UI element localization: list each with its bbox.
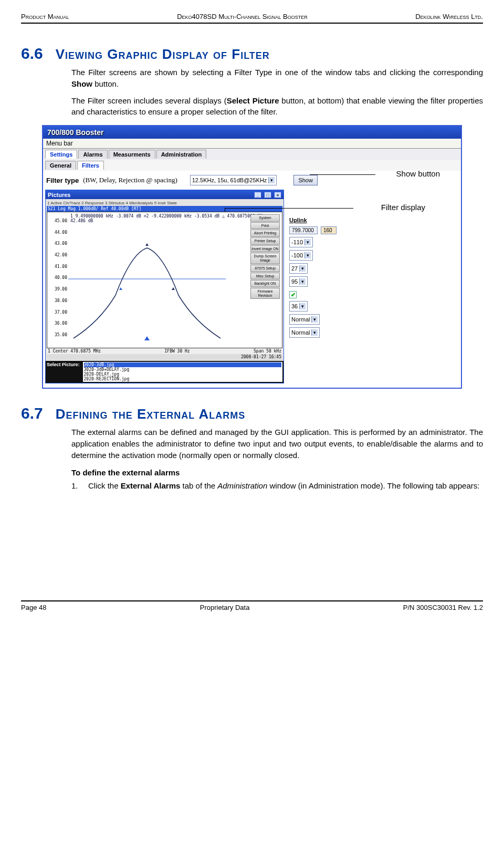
picture-file-list[interactable]: 3020-3dB.jpg 3020-3dB+DELAY.jpg 2020-DEL… bbox=[83, 362, 282, 382]
header-center: Deko4078SD Multi-Channel Signal Booster bbox=[177, 13, 307, 20]
uplink-combo[interactable]: -110▾ bbox=[289, 237, 313, 247]
graph-center: 1 Center 470.6875 MHz bbox=[48, 349, 101, 354]
minimize-icon[interactable]: _ bbox=[254, 192, 261, 198]
callout-show-button: Show button bbox=[396, 169, 440, 178]
tab-settings[interactable]: Settings bbox=[45, 150, 77, 159]
text: The Filter screen includes several displ… bbox=[71, 96, 227, 105]
list-item[interactable]: 2020-DELAY.jpg bbox=[84, 372, 281, 377]
pictures-window: Pictures _ □ × 1 Active Ch/Trace 2 Respo… bbox=[45, 190, 284, 383]
app-screenshot: Show button Filter display 700/800 Boost… bbox=[42, 125, 462, 389]
text: Click the bbox=[88, 481, 121, 490]
filter-type-combo[interactable]: 12.5KHz, 15u, 61dB@25KHz ▾ bbox=[190, 175, 277, 185]
uplink-panel: Uplink 799.7000 160 -110▾ -100▾ 27▾ 95▾ … bbox=[289, 217, 337, 383]
checkbox-icon[interactable]: ✔ bbox=[289, 291, 297, 298]
graph-span: Span 50 kHz bbox=[254, 349, 281, 354]
callout-filter-display: Filter display bbox=[381, 203, 425, 212]
text: tab of the bbox=[180, 481, 217, 490]
side-btn[interactable]: Backlight ON bbox=[250, 280, 280, 287]
text: The external alarms can be defined and m… bbox=[71, 427, 483, 461]
tab-measurements[interactable]: Measurments bbox=[109, 150, 155, 159]
text: window (in Administration mode). The fol… bbox=[267, 481, 479, 490]
header-right: Dekolink Wireless Ltd. bbox=[415, 13, 483, 20]
instrument-side-buttons: System Print Abort Printing Printer Setu… bbox=[250, 214, 280, 299]
graph-timestamp: 2008-01-27 16:45 bbox=[47, 354, 282, 360]
uplink-combo[interactable]: 27▾ bbox=[289, 263, 308, 274]
step-1: 1. Click the External Alarms tab of the … bbox=[71, 481, 483, 490]
list-item[interactable]: 3020-3dB.jpg bbox=[84, 362, 281, 367]
tab-administration[interactable]: Administration bbox=[156, 150, 207, 159]
uplink-heading: Uplink bbox=[289, 217, 337, 223]
section-number-67: 6.7 bbox=[21, 404, 43, 422]
footer-center: Proprietary Data bbox=[200, 604, 250, 611]
filter-type-hint: (BW, Delay, Rejection @ spacing) bbox=[83, 176, 177, 184]
chevron-down-icon[interactable]: ▾ bbox=[304, 239, 311, 245]
chevron-down-icon[interactable]: ▾ bbox=[299, 278, 306, 285]
side-btn[interactable]: Misc Setup bbox=[250, 273, 280, 280]
side-btn[interactable]: Dump Screen Image bbox=[250, 253, 280, 264]
side-btn[interactable]: System bbox=[250, 214, 280, 222]
text-italic: Administration bbox=[217, 481, 267, 490]
window-titlebar: 700/800 Booster bbox=[43, 126, 461, 139]
section-67-body: The external alarms can be defined and m… bbox=[71, 427, 483, 461]
trace-header: S21 Log Mag 1.000dB/ Ref 40.00dB [RT] bbox=[47, 206, 282, 212]
footer-page: Page 48 bbox=[21, 604, 46, 611]
uplink-160-field[interactable]: 160 bbox=[321, 226, 337, 234]
text: button. bbox=[92, 79, 119, 88]
uplink-combo[interactable]: 36▾ bbox=[289, 301, 308, 312]
chevron-down-icon[interactable]: ▾ bbox=[311, 316, 318, 323]
step-number: 1. bbox=[71, 481, 82, 490]
uplink-combo[interactable]: 95▾ bbox=[289, 276, 308, 287]
side-btn[interactable]: Abort Printing bbox=[250, 230, 280, 237]
callout-line bbox=[225, 208, 353, 209]
chevron-down-icon[interactable]: ▾ bbox=[311, 329, 318, 336]
show-button[interactable]: Show bbox=[293, 175, 318, 185]
subtab-general[interactable]: General bbox=[45, 161, 76, 170]
list-item[interactable]: 2020-REJECTION.jpg bbox=[84, 377, 281, 381]
side-btn[interactable]: Printer Setup bbox=[250, 237, 280, 245]
section-title-67: Defining the External Alarms bbox=[56, 406, 246, 422]
menubar[interactable]: Menu bar bbox=[43, 139, 461, 149]
side-btn[interactable]: Invert Image ON bbox=[250, 245, 280, 253]
side-btn[interactable]: Print bbox=[250, 222, 280, 230]
uplink-combo[interactable]: Normal▾ bbox=[289, 314, 320, 325]
chevron-down-icon[interactable]: ▾ bbox=[299, 265, 306, 272]
combo-value: 12.5KHz, 15u, 61dB@25KHz bbox=[192, 177, 267, 183]
filter-type-label: Filter type bbox=[46, 176, 79, 184]
uplink-combo[interactable]: Normal▾ bbox=[289, 327, 320, 338]
y-axis-labels: 45.0044.0043.0042.0041.0040.0039.0038.00… bbox=[48, 219, 67, 337]
side-btn[interactable]: 87075 Setup bbox=[250, 265, 280, 272]
graph-menu: 1 Active Ch/Trace 2 Response 3 Stimulus … bbox=[47, 200, 282, 206]
tab-alarms[interactable]: Alarms bbox=[78, 150, 107, 159]
close-icon[interactable]: × bbox=[274, 192, 281, 198]
filter-response-chart: 1 9.490000000 kHz -3.0074 dB >2 -9.42200… bbox=[47, 212, 282, 348]
text-bold: Select Picture bbox=[227, 96, 279, 105]
uplink-combo[interactable]: -100▾ bbox=[289, 250, 313, 261]
header-left: Product Manual bbox=[21, 13, 69, 20]
side-btn[interactable]: Firmware Revision bbox=[250, 288, 280, 299]
graph-ifbw: IFBW 30 Hz bbox=[165, 349, 190, 354]
subtab-filters[interactable]: Filters bbox=[77, 161, 104, 170]
response-curve bbox=[68, 216, 226, 341]
uplink-freq-field[interactable]: 799.7000 bbox=[289, 226, 318, 234]
pictures-title: Pictures bbox=[48, 192, 70, 198]
callout-line bbox=[310, 174, 375, 175]
text-bold: Show bbox=[71, 79, 92, 88]
chevron-down-icon[interactable]: ▾ bbox=[304, 252, 311, 258]
text-bold: External Alarms bbox=[121, 481, 181, 490]
chevron-down-icon[interactable]: ▾ bbox=[268, 177, 275, 183]
text: The Filter screens are shown by selectin… bbox=[71, 68, 483, 77]
list-item[interactable]: 3020-3dB+DELAY.jpg bbox=[84, 367, 281, 372]
maximize-icon[interactable]: □ bbox=[264, 192, 271, 198]
subheading: To define the external alarms bbox=[71, 468, 483, 477]
footer-pn: P/N 300SC30031 Rev. 1.2 bbox=[403, 604, 483, 611]
section-number-66: 6.6 bbox=[21, 45, 43, 63]
select-picture-label: Select Picture: bbox=[47, 362, 83, 382]
section-66-body: The Filter screens are shown by selectin… bbox=[71, 67, 483, 118]
section-title-66: Viewing Graphic Display of Filter bbox=[56, 46, 270, 63]
chevron-down-icon[interactable]: ▾ bbox=[299, 303, 306, 309]
